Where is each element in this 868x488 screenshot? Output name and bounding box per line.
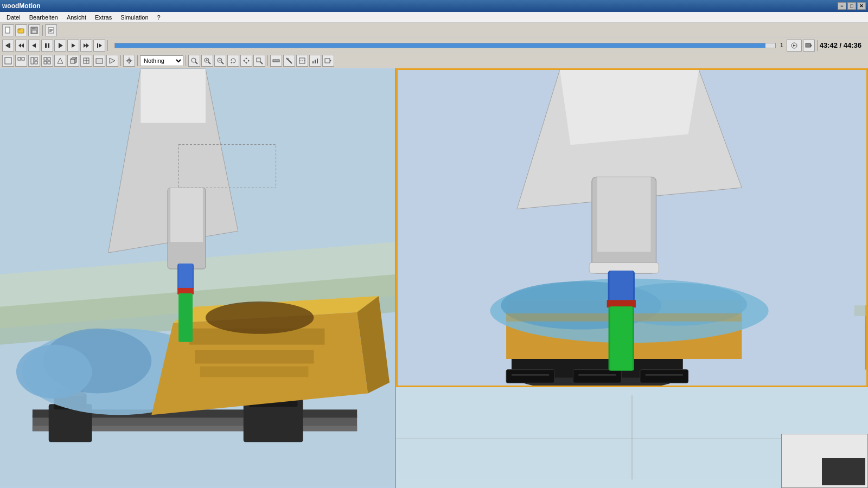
- step-forward-button[interactable]: [67, 40, 79, 52]
- video-button[interactable]: [322, 55, 334, 67]
- speed-control[interactable]: [787, 40, 802, 52]
- svg-line-51: [195, 62, 197, 64]
- svg-marker-15: [32, 43, 36, 48]
- close-button[interactable]: ✕: [857, 2, 866, 10]
- menu-datei[interactable]: Datei: [2, 13, 25, 22]
- minimize-button[interactable]: −: [838, 2, 846, 10]
- svg-marker-13: [18, 43, 21, 48]
- svg-rect-35: [48, 57, 50, 60]
- new-button[interactable]: [2, 24, 14, 36]
- view-1-button[interactable]: [2, 55, 14, 67]
- menubar: Datei Bearbeiten Ansicht Extras Simulati…: [0, 12, 868, 23]
- playback-progress[interactable]: [114, 43, 776, 48]
- properties-button[interactable]: [45, 24, 57, 36]
- open-button[interactable]: [15, 24, 27, 36]
- svg-rect-124: [865, 305, 866, 322]
- svg-rect-31: [31, 57, 34, 64]
- svg-marker-99: [141, 69, 206, 123]
- progress-fill: [115, 43, 765, 48]
- svg-marker-18: [59, 43, 63, 48]
- view-top-button[interactable]: [80, 55, 92, 67]
- right-top-scene: [398, 70, 866, 386]
- zoom-fit-button[interactable]: [188, 55, 200, 67]
- toolbar-1: [0, 23, 868, 38]
- viewport-left[interactable]: [0, 68, 396, 488]
- svg-rect-112: [506, 370, 554, 383]
- app-title: woodMotion: [2, 2, 41, 10]
- view-cube-button[interactable]: [67, 55, 79, 67]
- svg-rect-103: [178, 264, 193, 291]
- svg-marker-25: [793, 44, 796, 47]
- titlebar: woodMotion − □ ✕: [0, 0, 868, 12]
- menu-bearbeiten[interactable]: Bearbeiten: [25, 13, 62, 22]
- view-2-button[interactable]: [15, 55, 27, 67]
- menu-help[interactable]: ?: [153, 13, 165, 22]
- svg-line-67: [286, 58, 292, 63]
- svg-marker-59: [231, 62, 233, 63]
- view-4-button[interactable]: [41, 55, 53, 67]
- goto-end-button[interactable]: [93, 40, 105, 52]
- svg-rect-133: [607, 300, 636, 307]
- section-button[interactable]: [296, 55, 308, 67]
- filter-select[interactable]: Nothing All Workpiece Tool: [140, 55, 183, 66]
- svg-rect-16: [45, 43, 47, 48]
- svg-rect-5: [32, 27, 35, 29]
- svg-rect-66: [273, 60, 279, 62]
- zoom-window-button[interactable]: [253, 55, 265, 67]
- svg-marker-38: [58, 58, 63, 63]
- svg-rect-45: [96, 59, 103, 63]
- viewport-right-bottom[interactable]: [396, 387, 868, 488]
- rotate-button[interactable]: [227, 55, 239, 67]
- svg-marker-11: [5, 43, 9, 48]
- svg-line-53: [208, 62, 210, 64]
- step-forward-fast-button[interactable]: [80, 40, 92, 52]
- clipping-button[interactable]: [270, 55, 282, 67]
- svg-marker-127: [560, 70, 699, 145]
- view-5-button[interactable]: [54, 55, 66, 67]
- svg-rect-28: [5, 57, 11, 64]
- svg-marker-61: [245, 62, 247, 64]
- svg-marker-46: [110, 58, 115, 63]
- menu-simulation[interactable]: Simulation: [116, 13, 152, 22]
- menu-ansicht[interactable]: Ansicht: [62, 13, 91, 22]
- view-right-button[interactable]: [106, 55, 118, 67]
- menu-extras[interactable]: Extras: [91, 13, 116, 22]
- snap-button[interactable]: [123, 55, 135, 67]
- main-content: [0, 68, 868, 488]
- svg-rect-73: [317, 59, 318, 63]
- svg-marker-63: [248, 60, 250, 62]
- svg-rect-113: [573, 370, 621, 383]
- zoom-in-button[interactable]: [201, 55, 213, 67]
- step-back-button[interactable]: [28, 40, 40, 52]
- save-button[interactable]: [28, 24, 40, 36]
- separator-5: [137, 55, 138, 66]
- pause-button[interactable]: [41, 40, 53, 52]
- chart-button[interactable]: [309, 55, 321, 67]
- minimap-thumbnail: [822, 458, 865, 485]
- step-back-fast-button[interactable]: [15, 40, 27, 52]
- toolbar-2: 1 43:42 / 44:36: [0, 38, 868, 53]
- svg-rect-23: [97, 43, 98, 48]
- window-controls: − □ ✕: [838, 2, 866, 10]
- maximize-button[interactable]: □: [847, 2, 856, 10]
- svg-point-97: [206, 301, 314, 334]
- svg-rect-132: [610, 271, 633, 303]
- svg-rect-39: [71, 59, 75, 63]
- separator-2: [107, 40, 108, 51]
- goto-start-button[interactable]: [2, 40, 14, 52]
- svg-point-90: [16, 345, 92, 399]
- svg-rect-96: [200, 367, 308, 377]
- separator-1: [42, 25, 43, 36]
- svg-rect-29: [18, 57, 21, 60]
- record-button[interactable]: [803, 40, 815, 52]
- view-3-button[interactable]: [28, 55, 40, 67]
- svg-rect-12: [9, 43, 10, 48]
- pan-button[interactable]: [240, 55, 252, 67]
- svg-line-65: [260, 62, 263, 64]
- zoom-out-button[interactable]: [214, 55, 226, 67]
- measure-button[interactable]: [283, 55, 295, 67]
- view-front-button[interactable]: [93, 55, 105, 67]
- viewport-right-top[interactable]: [396, 68, 868, 387]
- play-button[interactable]: [54, 40, 66, 52]
- svg-marker-21: [86, 43, 89, 48]
